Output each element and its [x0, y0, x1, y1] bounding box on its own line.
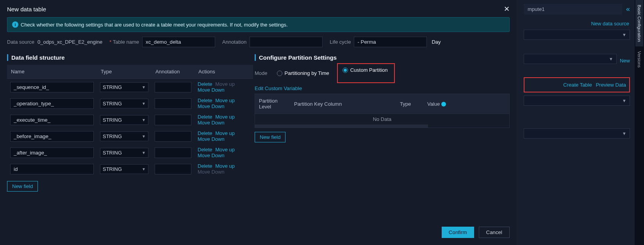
new-field-button[interactable]: New field — [7, 181, 38, 192]
no-data-text: No Data — [255, 114, 509, 125]
move-down-action[interactable]: Move Down — [198, 153, 225, 158]
compute-name: mpute1 — [524, 4, 622, 14]
move-up-action[interactable]: Move up — [215, 130, 235, 136]
col-annotation: Annotation — [152, 65, 194, 79]
table-row: STRING▼Delete Move upMove Down — [7, 79, 253, 96]
field-type-select[interactable]: STRING▼ — [100, 164, 148, 174]
lifecycle-input[interactable] — [354, 37, 427, 47]
data-field-structure-title: Data field structure — [7, 54, 253, 61]
move-down-action: Move Down — [198, 169, 225, 175]
field-type-select[interactable]: STRING▼ — [100, 82, 148, 92]
field-type-select[interactable]: STRING▼ — [100, 131, 148, 141]
col-type: Type — [97, 65, 152, 79]
side-new-link[interactable]: New — [620, 58, 630, 64]
right-tab-rail: Basic Configuration Versions — [635, 0, 644, 245]
field-type-select[interactable]: STRING▼ — [100, 99, 148, 108]
move-up-action[interactable]: Move up — [215, 98, 235, 103]
field-annotation-input[interactable] — [155, 147, 191, 158]
delete-action[interactable]: Delete — [198, 98, 212, 103]
lifecycle-unit: Day — [432, 39, 441, 45]
info-text: Check whether the following settings tha… — [21, 22, 288, 28]
tablename-label: Table name — [109, 39, 139, 45]
delete-action[interactable]: Delete — [198, 81, 212, 87]
field-annotation-input[interactable] — [155, 98, 191, 109]
move-up-action[interactable]: Move up — [215, 147, 235, 153]
table-actions-box: Create Table Preview Data — [524, 77, 630, 92]
table-row: STRING▼Delete Move upMove Down — [7, 112, 253, 128]
mode-custom-label: Custom Partition — [350, 67, 388, 73]
pcol-key: Partition Key Column — [290, 94, 396, 114]
delete-action[interactable]: Delete — [198, 163, 212, 169]
close-icon[interactable]: ✕ — [504, 5, 510, 13]
side-dropdown-3[interactable]: ▼ — [524, 96, 630, 106]
mode-time-radio[interactable]: Partitioning by Time — [274, 69, 332, 78]
partition-new-field-button[interactable]: New field — [255, 132, 285, 142]
field-type-select[interactable]: STRING▼ — [100, 115, 148, 125]
move-down-action[interactable]: Move Down — [198, 87, 225, 93]
preview-data-link[interactable]: Preview Data — [596, 82, 626, 88]
field-name-input[interactable] — [10, 115, 94, 125]
move-down-action[interactable]: Move Down — [198, 103, 225, 109]
edit-custom-variable-link[interactable]: Edit Custom Variable — [255, 85, 510, 91]
collapse-panel-icon[interactable]: « — [626, 5, 630, 13]
annotation-input[interactable] — [250, 37, 323, 47]
chevron-down-icon: ▼ — [142, 101, 146, 106]
mode-custom-radio[interactable]: Custom Partition — [339, 65, 393, 82]
create-table-link[interactable]: Create Table — [563, 82, 592, 88]
pcol-type: Type — [396, 94, 423, 114]
table-row: STRING▼Delete Move upMove Down — [7, 144, 253, 161]
field-name-input[interactable] — [10, 98, 94, 109]
delete-action[interactable]: Delete — [198, 130, 212, 136]
annotation-label: Annotation — [222, 39, 246, 45]
col-actions: Actions — [194, 65, 253, 79]
chevron-down-icon: ▼ — [609, 57, 613, 61]
field-name-input[interactable] — [10, 131, 94, 142]
partition-settings-title: Configure Partition Settings — [255, 54, 510, 61]
lifecycle-label: Life cycle — [330, 39, 351, 45]
side-dropdown-4[interactable]: ▼ — [524, 128, 630, 138]
side-panel: mpute1 « New data source ▼ ▼ New Create … — [517, 0, 635, 245]
table-row: STRING▼Delete Move upMove Down — [7, 161, 253, 177]
confirm-button[interactable]: Confirm — [442, 227, 474, 238]
value-help-icon[interactable] — [441, 102, 446, 107]
datasource-value: 0_odps_xc_DPE_E2_engine — [37, 39, 102, 45]
field-type-select[interactable]: STRING▼ — [100, 148, 148, 158]
horizontal-scrollbar[interactable] — [255, 124, 428, 128]
delete-action[interactable]: Delete — [198, 147, 212, 153]
field-name-input[interactable] — [10, 82, 94, 92]
delete-action[interactable]: Delete — [198, 114, 212, 120]
chevron-down-icon: ▼ — [622, 131, 626, 136]
side-dropdown-2[interactable]: ▼ — [524, 54, 617, 64]
pcol-level: Partition Level — [255, 94, 290, 114]
chevron-down-icon: ▼ — [142, 151, 146, 155]
side-dropdown-1[interactable]: ▼ — [524, 30, 630, 40]
move-up-action[interactable]: Move up — [215, 114, 235, 120]
info-icon: i — [12, 21, 18, 28]
col-name: Name — [7, 65, 97, 79]
table-row: STRING▼Delete Move upMove Down — [7, 95, 253, 112]
field-name-input[interactable] — [10, 164, 94, 174]
mode-time-label: Partitioning by Time — [285, 70, 329, 76]
pcol-value: Value — [423, 94, 509, 114]
fields-table: Name Type Annotation Actions STRING▼Dele… — [7, 65, 253, 177]
move-down-action[interactable]: Move Down — [198, 120, 225, 126]
field-annotation-input[interactable] — [155, 164, 191, 174]
field-annotation-input[interactable] — [155, 131, 191, 142]
chevron-down-icon: ▼ — [142, 118, 146, 122]
tab-versions[interactable]: Versions — [635, 46, 643, 72]
move-down-action[interactable]: Move Down — [198, 136, 225, 142]
new-data-table-modal: New data table ✕ i Check whether the fol… — [0, 0, 517, 245]
chevron-down-icon: ▼ — [142, 167, 146, 171]
tablename-input[interactable] — [142, 37, 215, 47]
new-data-source-link[interactable]: New data source — [524, 21, 629, 27]
move-up-action: Move up — [215, 81, 235, 87]
modal-title: New data table — [7, 6, 46, 12]
field-annotation-input[interactable] — [155, 115, 191, 125]
move-up-action[interactable]: Move up — [215, 163, 235, 169]
chevron-down-icon: ▼ — [142, 134, 146, 138]
field-annotation-input[interactable] — [155, 82, 191, 92]
cancel-button[interactable]: Cancel — [479, 227, 510, 238]
tab-basic-configuration[interactable]: Basic Configuration — [635, 0, 643, 46]
field-name-input[interactable] — [10, 147, 94, 158]
table-row: STRING▼Delete Move upMove Down — [7, 128, 253, 144]
